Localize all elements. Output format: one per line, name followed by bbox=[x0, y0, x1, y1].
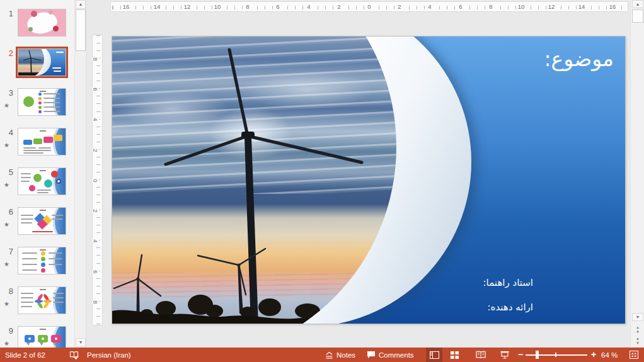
normal-view-button[interactable] bbox=[426, 348, 442, 362]
zoom-out-button[interactable]: − bbox=[515, 348, 526, 362]
reading-view-button[interactable] bbox=[473, 348, 489, 362]
scroll-up-icon[interactable]: ▲ bbox=[632, 0, 643, 8]
zoom-in-button[interactable]: + bbox=[589, 348, 599, 362]
slide-number: 6 bbox=[3, 207, 13, 217]
scroll-down-icon[interactable]: ▼ bbox=[632, 313, 643, 321]
thumbnail-scrollbar-thumb[interactable] bbox=[76, 9, 86, 51]
slide-credits-textbox[interactable]: استاد راهنما: ارائه دهنده: bbox=[483, 277, 533, 324]
main-scrollbar-thumb[interactable] bbox=[632, 9, 643, 23]
slide-number: 3 bbox=[3, 88, 13, 98]
slide-5-preview bbox=[18, 167, 66, 195]
notes-button[interactable]: Notes bbox=[323, 348, 358, 362]
fit-to-window-icon bbox=[630, 351, 638, 359]
zoom-slider-track[interactable] bbox=[526, 354, 587, 356]
slide-thumbnail-2-selected[interactable]: 2 bbox=[0, 48, 75, 80]
slide-4-preview bbox=[18, 128, 66, 156]
animation-star-icon bbox=[4, 300, 9, 307]
previous-slide-button[interactable]: ▲▲ bbox=[632, 324, 643, 334]
slide-sorter-view-button[interactable] bbox=[446, 348, 463, 362]
horizontal-ruler: 16 14 12 10 8 6 4 2 0 2 4 6 8 10 12 14 1… bbox=[110, 1, 628, 12]
spellcheck-book-icon bbox=[69, 351, 79, 359]
slide-number: 7 bbox=[3, 247, 13, 256]
animation-star-icon bbox=[4, 102, 9, 109]
animation-star-icon bbox=[4, 261, 9, 268]
status-bar: Slide 2 of 62 Persian (Iran) Notes Comme… bbox=[0, 348, 644, 362]
slide-sorter-icon bbox=[451, 351, 459, 359]
slide-thumbnail-8[interactable]: 8 bbox=[0, 286, 75, 318]
slide-number: 1 bbox=[3, 9, 13, 18]
comments-icon bbox=[367, 351, 376, 359]
thumbnail-scroll-up-icon[interactable]: ▲ bbox=[76, 0, 86, 9]
slide-thumbnail-4[interactable]: 4 bbox=[0, 128, 75, 159]
mini-turbine bbox=[18, 49, 45, 76]
slide-title-textbox[interactable]: موضوع: bbox=[544, 47, 614, 71]
notes-icon bbox=[325, 351, 333, 359]
slide-9-preview bbox=[18, 326, 66, 348]
reading-view-icon bbox=[476, 351, 486, 359]
slide-6-preview bbox=[18, 207, 66, 235]
slide-number: 4 bbox=[3, 128, 13, 137]
slide-number: 9 bbox=[3, 326, 13, 336]
slide-number: 2 bbox=[3, 48, 13, 58]
slide-canvas[interactable]: موضوع: استاد راهنما: ارائه دهنده: bbox=[112, 36, 626, 324]
animation-star-icon bbox=[4, 142, 9, 149]
presenter-line: ارائه دهنده: bbox=[483, 302, 533, 313]
slide-thumbnail-7[interactable]: 7 bbox=[0, 247, 75, 278]
zoom-slider-center-tick bbox=[555, 353, 556, 357]
slide-7-preview bbox=[18, 247, 66, 274]
slideshow-icon bbox=[500, 351, 509, 359]
slide-thumbnail-6[interactable]: 6 bbox=[0, 207, 75, 239]
slide-thumbnail-5[interactable]: 5 bbox=[0, 167, 75, 199]
fit-to-window-button[interactable] bbox=[625, 348, 643, 362]
slide-thumbnail-3[interactable]: 3 bbox=[0, 88, 75, 120]
zoom-slider-thumb[interactable] bbox=[536, 351, 539, 359]
slideshow-view-button[interactable] bbox=[497, 348, 513, 362]
slide-counter[interactable]: Slide 2 of 62 bbox=[3, 348, 48, 362]
slide-thumbnail-9[interactable]: 9 bbox=[0, 326, 75, 348]
slide-3-preview bbox=[18, 88, 66, 116]
vertical-ruler: 8 6 4 2 0 2 4 6 8 bbox=[92, 35, 103, 325]
normal-view-icon bbox=[430, 351, 439, 359]
zoom-level[interactable]: 64 % bbox=[599, 348, 620, 362]
slide-number: 5 bbox=[3, 167, 13, 177]
thumbnail-scroll-down-icon[interactable]: ▼ bbox=[76, 338, 86, 347]
main-scrollbar[interactable]: ▲ ▼ ▲▲ ▼▼ bbox=[630, 0, 644, 348]
slide-1-preview bbox=[18, 9, 66, 37]
next-slide-button[interactable]: ▼▼ bbox=[632, 336, 643, 346]
slide-8-preview bbox=[18, 286, 66, 314]
comments-button[interactable]: Comments bbox=[364, 348, 417, 362]
slide-number: 8 bbox=[3, 286, 13, 296]
slide-thumbnail-panel: 1 2 3 bbox=[0, 0, 75, 348]
animation-star-icon bbox=[4, 340, 9, 347]
animation-star-icon bbox=[4, 181, 9, 188]
animation-star-icon bbox=[4, 221, 9, 228]
supervisor-line: استاد راهنما: bbox=[483, 277, 533, 288]
spellcheck-button[interactable] bbox=[67, 348, 81, 362]
language-status[interactable]: Persian (Iran) bbox=[84, 348, 134, 362]
slide-2-preview bbox=[18, 48, 66, 76]
thumbnail-panel-scrollbar[interactable]: ▲ ▼ bbox=[75, 0, 86, 348]
slide-thumbnail-1[interactable]: 1 bbox=[0, 9, 75, 40]
